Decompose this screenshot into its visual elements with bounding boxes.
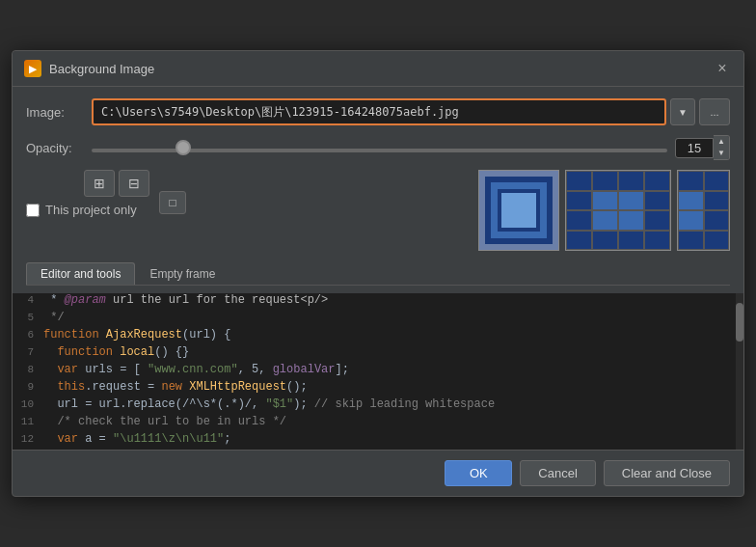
grid-cell (618, 171, 644, 191)
title-bar: ▶ Background Image × (13, 51, 743, 87)
align-buttons-row: ⊞ ⊟ (26, 170, 149, 197)
single-align-button[interactable]: □ (159, 191, 186, 214)
image-row: Image: ▼ ... (26, 98, 730, 125)
close-icon[interactable]: × (713, 59, 732, 78)
align-stretch-button[interactable]: ⊟ (119, 170, 149, 197)
image-browse-button[interactable]: ... (699, 98, 730, 125)
single-align-area: □ (159, 191, 186, 214)
tabs-row: Editor and tools Empty frame (26, 262, 730, 286)
opacity-spinner-up[interactable]: ▲ (714, 136, 729, 148)
image-dropdown-button[interactable]: ▼ (670, 98, 695, 125)
checkbox-row: This project only (26, 203, 149, 217)
code-area: 4 * @param url the url for the request<p… (13, 293, 743, 450)
opacity-label: Opacity: (26, 141, 84, 155)
title-bar-left: ▶ Background Image (24, 60, 154, 77)
grid-cell (618, 191, 644, 211)
cancel-button[interactable]: Cancel (520, 460, 595, 486)
app-icon: ▶ (24, 60, 41, 77)
opacity-slider[interactable] (92, 149, 667, 152)
scrollbar-thumb[interactable] (736, 303, 743, 342)
code-line-4: 4 * @param url the url for the request<p… (13, 293, 743, 311)
grid-cell (678, 210, 704, 231)
image-path-input[interactable] (92, 98, 666, 125)
tab-empty-frame[interactable]: Empty frame (135, 262, 230, 285)
grid-cell (678, 191, 704, 211)
project-only-checkbox[interactable] (26, 204, 40, 217)
opacity-row: Opacity: 15 ▲ ▼ (26, 135, 730, 160)
dialog-body: Image: ▼ ... Opacity: 15 ▲ ▼ (13, 87, 743, 293)
grid-cell (704, 191, 730, 211)
preview-outer-square (485, 177, 553, 244)
code-line-12: 12 var a = "\u1111\z\n\u11"; (13, 432, 743, 450)
opacity-value-input[interactable]: 15 (675, 138, 714, 158)
background-image-dialog: ▶ Background Image × Image: ▼ ... Opacit… (12, 50, 744, 497)
grid-cell (566, 191, 592, 211)
grid-cell (644, 191, 670, 211)
grid-cell (592, 210, 618, 231)
grid-cell (678, 231, 704, 251)
grid-cell (592, 191, 618, 211)
grid-cell (618, 231, 644, 251)
code-line-11: 11 /* check the url to be in urls */ (13, 415, 743, 432)
middle-section: ⊞ ⊟ This project only □ (26, 170, 730, 251)
code-scrollbar[interactable] (736, 293, 743, 450)
preview-image-1 (478, 170, 559, 251)
grid-cell (618, 210, 644, 231)
code-line-7: 7 function local() {} (13, 345, 743, 363)
code-line-6: 6 function AjaxRequest(url) { (13, 328, 743, 345)
preview-image-2 (565, 170, 671, 251)
grid-cell (704, 231, 730, 251)
code-line-10: 10 url = url.replace(/^\s*(.*)/, "$1"); … (13, 397, 743, 415)
preview-inner-square (498, 189, 540, 232)
opacity-spinner-down[interactable]: ▼ (714, 148, 729, 159)
image-input-wrapper: ▼ ... (92, 98, 730, 125)
left-controls: ⊞ ⊟ This project only (26, 170, 149, 217)
grid-cell (704, 210, 730, 231)
opacity-slider-wrapper (92, 141, 667, 155)
grid-cell (644, 171, 670, 191)
code-line-9: 9 this.request = new XMLHttpRequest(); (13, 380, 743, 397)
grid-cell (566, 210, 592, 231)
grid-cell (644, 210, 670, 231)
grid-cell (644, 231, 670, 251)
preview-images-area (478, 170, 730, 251)
align-tile-button[interactable]: ⊞ (84, 170, 115, 197)
dialog-title: Background Image (49, 62, 154, 76)
dialog-footer: OK Cancel Clear and Close (13, 450, 743, 496)
grid-cell (592, 231, 618, 251)
tab-editor-tools[interactable]: Editor and tools (26, 262, 135, 285)
opacity-value-wrapper: 15 ▲ ▼ (675, 135, 730, 160)
ok-button[interactable]: OK (445, 460, 512, 486)
project-only-label: This project only (45, 203, 137, 217)
code-line-8: 8 var urls = [ "www.cnn.com", 5, globalV… (13, 363, 743, 380)
image-label: Image: (26, 105, 84, 120)
code-line-5: 5 */ (13, 311, 743, 328)
preview-image-3 (677, 170, 730, 251)
grid-cell (678, 171, 704, 191)
grid-cell (592, 171, 618, 191)
grid-cell (566, 231, 592, 251)
grid-cell (704, 171, 730, 191)
clear-close-button[interactable]: Clear and Close (604, 460, 730, 486)
opacity-spinner: ▲ ▼ (714, 135, 730, 160)
grid-cell (566, 171, 592, 191)
